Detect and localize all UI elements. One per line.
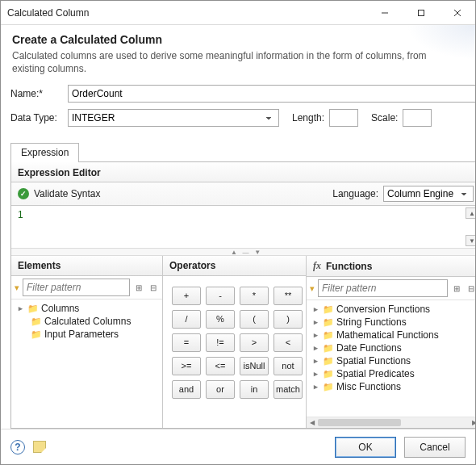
length-label: Length:: [292, 112, 324, 124]
operator-button[interactable]: -: [206, 287, 235, 305]
minimize-button[interactable]: [366, 1, 403, 24]
collapse-all-icon[interactable]: ⊟: [466, 283, 475, 294]
operator-button[interactable]: isNull: [240, 357, 269, 375]
filter-icon: ▾: [15, 283, 19, 293]
operators-title: Operators: [163, 256, 306, 276]
help-button[interactable]: ?: [10, 440, 25, 455]
maximize-button[interactable]: [403, 1, 439, 24]
lower-sections: Elements ▾ ⊞ ⊟ ▶ 📁 Columns: [11, 256, 475, 428]
editor-scroll-up[interactable]: ▲: [466, 207, 475, 219]
folder-icon: 📁: [323, 304, 334, 315]
operator-button[interactable]: <: [273, 333, 303, 352]
tree-node-calculated-columns[interactable]: 📁 Calculated Columns: [13, 315, 161, 328]
validate-syntax-link[interactable]: Validate Syntax: [34, 188, 101, 199]
operator-button[interactable]: and: [172, 380, 201, 399]
dialog-description: Calculated columns are used to derive so…: [12, 49, 448, 75]
folder-icon: 📁: [27, 304, 39, 314]
scroll-left-icon[interactable]: ◀: [307, 417, 318, 428]
operator-button[interactable]: >=: [172, 357, 201, 375]
expression-toolbar: ✓ Validate Syntax Language: Column Engin…: [11, 182, 475, 206]
window-title: Calculated Column: [7, 7, 366, 19]
tree-node-input-parameters[interactable]: 📁 Input Parameters: [13, 328, 161, 341]
operator-button[interactable]: !=: [206, 333, 235, 352]
validate-ok-icon: ✓: [18, 188, 29, 199]
operator-button[interactable]: *: [240, 287, 269, 305]
cancel-button-label: Cancel: [420, 442, 449, 453]
collapse-all-icon[interactable]: ⊟: [148, 282, 159, 293]
twisty-icon: ▶: [311, 357, 320, 365]
hscroll-thumb[interactable]: [318, 419, 401, 426]
functions-section: fx Functions ▾ ⊞ ⊟ ▶📁Conversion Function…: [307, 256, 475, 428]
scroll-right-icon[interactable]: ▶: [469, 417, 475, 428]
operator-button[interactable]: +: [172, 287, 201, 305]
editor-scroll-down[interactable]: ▼: [466, 235, 475, 246]
function-category[interactable]: ▶📁String Functions: [308, 316, 475, 329]
tree-node-columns[interactable]: ▶ 📁 Columns: [13, 302, 161, 315]
folder-icon: 📁: [323, 382, 334, 392]
tree-label: Columns: [41, 303, 79, 314]
expression-panel: Expression Editor ✓ Validate Syntax Lang…: [10, 162, 475, 429]
folder-icon: 📁: [323, 343, 334, 354]
length-input[interactable]: [329, 109, 358, 127]
expand-all-icon[interactable]: ⊞: [133, 282, 144, 293]
operator-button[interactable]: =: [172, 333, 201, 352]
twisty-icon: ▶: [311, 383, 320, 391]
operators-grid: +-***/%()=!=><>=<=isNullnotandorinmatch: [163, 276, 306, 428]
tree-label: Input Parameters: [44, 329, 119, 340]
twisty-icon: ▶: [311, 331, 320, 339]
horizontal-splitter[interactable]: ▲ — ▼: [11, 248, 475, 256]
scale-input[interactable]: [403, 109, 432, 127]
close-icon: [453, 9, 461, 17]
expression-textarea[interactable]: 1: [11, 206, 475, 248]
name-input[interactable]: [68, 85, 475, 103]
expand-all-icon[interactable]: ⊞: [451, 283, 462, 294]
functions-tree: ▶📁Conversion Functions▶📁String Functions…: [307, 300, 475, 417]
language-label: Language:: [332, 188, 378, 199]
function-category[interactable]: ▶📁Spatial Predicates: [308, 367, 475, 380]
operator-button[interactable]: (: [240, 310, 269, 329]
elements-title: Elements: [11, 256, 162, 276]
folder-icon: 📁: [31, 316, 42, 327]
function-category[interactable]: ▶📁Mathematical Functions: [308, 329, 475, 341]
elements-filter-input[interactable]: [23, 279, 130, 296]
tree-label: Conversion Functions: [336, 304, 430, 315]
functions-filter-row: ▾ ⊞ ⊟: [307, 277, 475, 300]
operator-button[interactable]: >: [240, 333, 269, 352]
elements-filter-row: ▾ ⊞ ⊟: [11, 276, 162, 300]
dialog-window: Calculated Column Create a Calculated Co…: [0, 0, 476, 465]
svg-rect-1: [418, 10, 424, 15]
operator-button[interactable]: <=: [206, 357, 235, 375]
operator-button[interactable]: **: [273, 287, 303, 305]
functions-title-label: Functions: [326, 261, 372, 272]
functions-filter-input[interactable]: [318, 279, 448, 297]
operators-section: Operators +-***/%()=!=><>=<=isNullnotand…: [163, 256, 307, 428]
tree-label: Date Functions: [336, 342, 402, 354]
operator-button[interactable]: %: [206, 310, 235, 329]
operator-button[interactable]: in: [240, 380, 269, 399]
function-category[interactable]: ▶📁Conversion Functions: [308, 303, 475, 316]
datatype-select[interactable]: INTEGER: [68, 109, 279, 127]
close-button[interactable]: [439, 1, 475, 24]
twisty-icon: ▶: [311, 370, 320, 378]
tab-expression[interactable]: Expression: [10, 143, 79, 162]
function-category[interactable]: ▶📁Date Functions: [308, 341, 475, 354]
ok-button[interactable]: OK: [335, 437, 396, 458]
tree-label: Spatial Functions: [336, 355, 411, 367]
operator-button[interactable]: ): [273, 310, 303, 329]
operator-button[interactable]: match: [273, 380, 303, 399]
function-category[interactable]: ▶📁Misc Functions: [308, 380, 475, 393]
operator-button[interactable]: or: [206, 380, 235, 399]
functions-hscrollbar[interactable]: ◀ ▶: [307, 417, 475, 428]
minimize-icon: [381, 9, 389, 17]
tab-bar: Expression: [10, 143, 475, 162]
datatype-label: Data Type:: [10, 112, 63, 124]
operator-button[interactable]: /: [172, 310, 201, 329]
operator-button[interactable]: not: [273, 357, 303, 375]
language-select[interactable]: Column Engine: [383, 186, 474, 202]
cancel-button[interactable]: Cancel: [404, 437, 466, 458]
tab-expression-label: Expression: [21, 147, 69, 158]
fx-icon: fx: [313, 260, 321, 272]
function-category[interactable]: ▶📁Spatial Functions: [308, 354, 475, 367]
dialog-body: Name:* Data Type: INTEGER Length: Scale:…: [1, 80, 475, 429]
sticky-note-button[interactable]: [33, 441, 46, 453]
